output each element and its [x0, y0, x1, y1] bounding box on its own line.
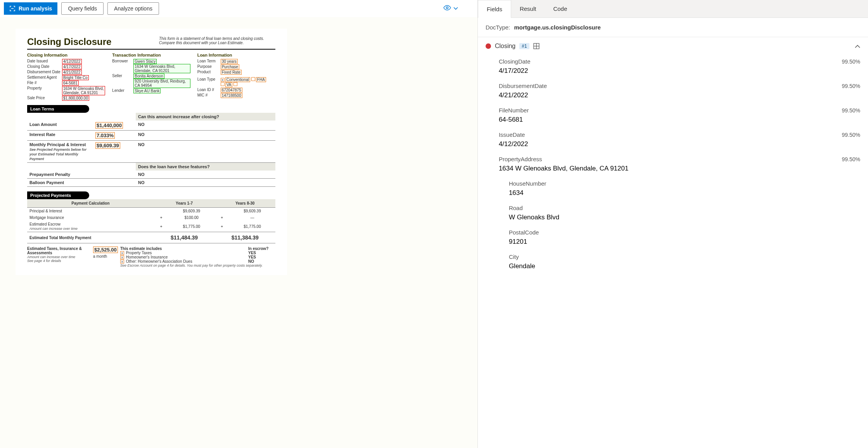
- subfield-item[interactable]: RoadW Glenoaks Blvd: [478, 202, 868, 226]
- monthly-note: See Projected Payments below for your Es…: [29, 148, 86, 161]
- group-badge: #1: [519, 43, 529, 49]
- subfield-item[interactable]: HouseNumber1634: [478, 177, 868, 202]
- field-item[interactable]: ClosingDate99.50%4/17/2022: [478, 55, 868, 79]
- settlement-label: Settlement Agent: [27, 75, 62, 80]
- document-viewer[interactable]: Closing Disclosure This form is a statem…: [0, 17, 477, 448]
- loantype-fha: FHA: [256, 77, 266, 82]
- subfield-value: 91201: [509, 238, 860, 246]
- escrow-note: See Escrow Account on page 4 for details…: [120, 264, 275, 267]
- check-icon: [221, 82, 225, 86]
- subfield-value: W Glenoaks Blvd: [509, 214, 860, 221]
- ee-2: $1,775.00: [229, 221, 275, 232]
- etm-1: $11,484.39: [154, 232, 215, 243]
- tabs: Fields Result Code: [478, 0, 868, 18]
- doctype-line: DocType: mortgage.us.closingDisclosure: [478, 18, 868, 37]
- payment-calc-label: Payment Calculation: [27, 199, 154, 208]
- ee-label: Estimated Escrow: [29, 222, 61, 226]
- field-item[interactable]: DisbursementDate99.50%4/21/2022: [478, 79, 868, 104]
- field-value: 4/21/2022: [499, 91, 860, 99]
- tab-code[interactable]: Code: [545, 0, 576, 17]
- pi-1: $9,609.39: [168, 208, 214, 215]
- field-confidence: 99.50%: [842, 59, 860, 65]
- loanterm-label: Loan Term: [197, 59, 221, 64]
- run-label: Run analysis: [19, 5, 52, 12]
- settlement-value: Bright Title Co: [62, 75, 89, 80]
- borrower-name: Gwen Stacy: [133, 59, 157, 64]
- disbursement-value: 4/21/2022: [62, 70, 82, 75]
- analyze-options-button[interactable]: Analyze options: [107, 2, 159, 15]
- esc-3: NO: [248, 259, 275, 264]
- field-item[interactable]: FileNumber99.50%64-5681: [478, 104, 868, 128]
- monthly-value: $9,609.39: [95, 142, 120, 149]
- mi-1: $100.00: [168, 214, 214, 221]
- field-confidence: 99.50%: [842, 83, 860, 89]
- chevron-down-icon[interactable]: [453, 6, 458, 11]
- doctype-value: mortgage.us.closingDisclosure: [514, 24, 600, 31]
- check-icon: X: [120, 255, 124, 259]
- loantype-conv: Conventional: [225, 77, 250, 82]
- eta-amount: $2,525.00: [93, 246, 118, 253]
- toolbar-right: [443, 5, 474, 12]
- field-value: 4/17/2022: [499, 67, 860, 75]
- table-icon[interactable]: [533, 43, 539, 49]
- subfield-value: 1634: [509, 189, 860, 197]
- subfield-item[interactable]: PostalCode91201: [478, 226, 868, 250]
- eta-per: a month: [93, 254, 107, 258]
- property-value: 1634 W Glenoaks Blvd, Glendale, CA 91201: [62, 86, 105, 95]
- loan-amount-label: Loan Amount: [27, 121, 93, 131]
- q-features: Does the loan have these features?: [136, 163, 275, 171]
- field-name: IssueDate: [499, 131, 525, 138]
- interest-inc: NO: [136, 131, 275, 141]
- loantype-label: Loan Type: [197, 77, 221, 87]
- inc-1: Property Taxes: [126, 251, 152, 255]
- left-panel: Run analysis Query fields Analyze option…: [0, 0, 477, 448]
- years-1-7: Years 1-7: [154, 199, 215, 208]
- saleprice-value: $1,800,000.00: [62, 96, 89, 101]
- field-name: PropertyAddress: [499, 156, 542, 162]
- loan-amount-value: $1,440,000: [95, 122, 123, 129]
- check-icon: X: [120, 260, 124, 264]
- group-header[interactable]: Closing #1: [478, 37, 868, 55]
- field-item[interactable]: PropertyAddress99.50%1634 W Glenoaks Blv…: [478, 153, 868, 177]
- eye-icon[interactable]: [443, 5, 451, 12]
- escrow-header: In escrow?: [248, 246, 275, 251]
- field-value: 64-5681: [499, 116, 860, 124]
- scan-icon: [9, 5, 16, 12]
- field-item[interactable]: IssueDate99.50%4/12/2022: [478, 128, 868, 153]
- right-panel: Fields Result Code DocType: mortgage.us.…: [477, 0, 868, 448]
- group-title: Closing: [495, 43, 515, 50]
- loanid-label: Loan ID #: [197, 88, 221, 93]
- balloon-value: NO: [136, 179, 275, 187]
- field-value: 4/12/2022: [499, 140, 860, 148]
- chevron-up-icon[interactable]: [855, 43, 860, 49]
- tab-result[interactable]: Result: [511, 0, 545, 17]
- property-label: Property: [27, 86, 62, 95]
- lender-value: Skye AU Bank: [133, 88, 161, 93]
- doc-title: Closing Disclosure: [27, 36, 111, 47]
- closing-date-value: 4/17/2022: [62, 64, 82, 69]
- projected-header: Projected Payments: [27, 191, 89, 199]
- balloon-label: Balloon Payment: [27, 179, 93, 187]
- prepay-label: Prepayment Penalty: [27, 171, 93, 179]
- seller-addr: 920 University Blvd, Rexburg, CA 94954: [133, 79, 190, 88]
- date-issued-value: 4/12/2022: [62, 59, 82, 64]
- run-analysis-button[interactable]: Run analysis: [4, 2, 57, 15]
- ee-1: $1,775.00: [168, 221, 214, 232]
- eta-note2: See page 4 for details: [27, 259, 93, 263]
- pi-2: $9,609.39: [229, 208, 275, 215]
- saleprice-label: Sale Price: [27, 96, 62, 101]
- doctype-label: DocType:: [486, 24, 510, 31]
- field-confidence: 99.50%: [842, 107, 860, 114]
- q-increase: Can this amount increase after closing?: [136, 113, 275, 121]
- mi-2: —: [229, 214, 275, 221]
- subfield-item[interactable]: CityGlendale: [478, 250, 868, 275]
- product-label: Product: [197, 70, 221, 75]
- fields-scroll[interactable]: Closing #1 ClosingDate99.50%4/17/2022Dis…: [478, 37, 868, 448]
- query-fields-button[interactable]: Query fields: [61, 2, 104, 15]
- inc-3: Other: Homeowner's Association Dues: [126, 259, 192, 264]
- eta-label: Estimated Taxes, Insurance & Assessments: [27, 246, 93, 255]
- field-name: DisbursementDate: [499, 83, 547, 89]
- tab-fields[interactable]: Fields: [478, 0, 511, 18]
- check-icon: [233, 82, 237, 86]
- loanid-value: 672047875: [221, 88, 242, 93]
